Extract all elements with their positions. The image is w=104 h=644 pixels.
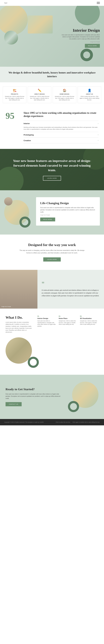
feature-title: GREAT DESIGN — [29, 94, 50, 95]
feature-text: Sample text. Click to select the text bo… — [54, 96, 75, 101]
tagline-text: We design & deliver beautiful hotels, lu… — [8, 71, 96, 78]
life-read-more-button[interactable]: READ MORE — [40, 218, 55, 222]
ready-content: Ready to Get Started? Duis aute irure do… — [6, 388, 64, 406]
service-col-02.: 02. Home Plans Sample text. Click to sel… — [59, 316, 77, 327]
feature-text: Click to select the text box. Click agai… — [79, 96, 100, 101]
ready-title: Ready to Get Started? — [6, 388, 64, 391]
hero-description: Duis aute irure dolor in reprehenderit i… — [61, 34, 100, 40]
feature-card-great-design: ✏️ GREAT DESIGN Sample text. Click to se… — [28, 86, 51, 103]
services-grid: 01. Interior Design Duis aute irure dolo… — [37, 316, 98, 327]
life-title: Life-Changing Design — [40, 201, 96, 205]
what-chair-image — [6, 337, 32, 364]
accordion-label: Creation — [24, 140, 31, 142]
hero-read-more-button[interactable]: READ MORE — [85, 44, 100, 48]
banner-learn-more-button[interactable]: LEARN MORE — [43, 176, 61, 180]
feature-card-about-us: 👤 ABOUT US Click to select the text box.… — [78, 86, 101, 103]
hamburger-button[interactable] — [97, 2, 100, 4]
work-title: Designed for the way you work — [8, 243, 96, 247]
life-changing-section: Life-Changing Design Duis aute irure dol… — [0, 190, 104, 234]
work-description: The way we work is changing, and the hom… — [19, 249, 85, 254]
feature-icon: ✏️ — [29, 89, 50, 92]
accordion-body: Working at the latest your browser prese… — [24, 126, 98, 132]
quote-mark-icon: " — [42, 281, 100, 287]
feature-title: ABOUT US — [79, 94, 100, 95]
service-col-03.: 03. 3D Visualization Sample text. Click … — [80, 316, 98, 327]
accordion-arrow-icon: › — [98, 139, 98, 142]
testimonial-quote: Ut enim ad minim veniam, quis nostrud ex… — [42, 289, 100, 297]
hero-small-image — [4, 31, 18, 44]
accordion-header[interactable]: Creation › — [24, 138, 98, 143]
accordion-header[interactable]: Prototyping › — [24, 132, 98, 138]
testimonial-section: Image from Freepik " Ut enim ad minim ve… — [0, 270, 104, 308]
accordion-arrow-icon: › — [98, 134, 98, 136]
what-intro: What I Do. Lorem ipsum dolor sit amet, c… — [6, 316, 33, 333]
feature-title: PROJECTS — [4, 94, 25, 95]
what-top: What I Do. Lorem ipsum dolor sit amet, c… — [6, 316, 98, 333]
since-heading: Since 1995 we've been working with amazi… — [24, 112, 98, 118]
design-banner-section: Your new home features an impressive arr… — [0, 149, 104, 190]
banner-text: Your new home features an impressive arr… — [11, 158, 93, 172]
what-circle-group — [6, 337, 39, 368]
accordion-label: Prototyping — [24, 134, 34, 136]
feature-icon: 🏗️ — [4, 89, 25, 92]
hero-room-center-image — [28, 16, 53, 34]
accordion-header[interactable]: Interior › — [24, 121, 98, 126]
ready-description: Duis aute irure dolor in reprehenderit i… — [6, 393, 64, 400]
service-text: Sample text. Click to select the text bo… — [59, 320, 77, 325]
service-number: 03. — [80, 316, 98, 317]
banner-content: Your new home features an impressive arr… — [11, 158, 93, 180]
hamburger-line — [97, 3, 100, 3]
since-content: Since 1995 we've been working with amazi… — [24, 112, 98, 143]
footer-link[interactable]: Click again or double click to start edi… — [72, 422, 100, 423]
ready-circle-group — [68, 382, 98, 412]
service-col-01.: 01. Interior Design Duis aute irure dolo… — [37, 316, 56, 327]
hero-section: Interior Design Duis aute irure dolor in… — [0, 6, 104, 67]
ready-section: Ready to Get Started? Duis aute irure do… — [0, 375, 104, 419]
accordion-item: Prototyping › Sample text. Click to sele… — [24, 132, 98, 138]
hero-title: Interior Design — [61, 28, 100, 32]
feature-icon: 👤 — [79, 89, 100, 92]
what-intro-text: Lorem ipsum dolor sit amet, consectetur … — [6, 321, 33, 333]
service-number: 02. — [59, 316, 77, 317]
ready-contact-button[interactable]: CONTACT US — [6, 402, 22, 406]
life-avatar-image — [4, 197, 13, 206]
accordion-label: Interior — [24, 122, 30, 124]
testimonial-person-image — [0, 270, 37, 308]
testimonial-image-container: Image from Freepik — [0, 270, 37, 308]
accordion-arrow-icon: › — [98, 122, 98, 125]
accordion-item: Creation › Sample text. Click to select … — [24, 138, 98, 143]
service-title: 3D Visualization — [80, 318, 98, 319]
logo: logo — [4, 2, 7, 4]
service-text: Sample text. Click to select the text bo… — [80, 320, 98, 325]
footer-link[interactable]: Click to select the text box. — [56, 422, 70, 423]
life-img-credit: Image from Freepik — [40, 214, 96, 216]
service-text: Duis aute irure dolor in reprehenderit i… — [37, 320, 56, 327]
hamburger-line — [97, 2, 100, 2]
work-section: Designed for the way you work The way we… — [0, 234, 104, 270]
what-big-circle — [6, 337, 32, 364]
features-section: 🏗️ PROJECTS Sample text. Click to select… — [0, 82, 104, 106]
tagline-section: We design & deliver beautiful hotels, lu… — [0, 67, 104, 82]
life-description: Duis aute irure dolor in reprehenderit i… — [40, 206, 96, 213]
what-bottom — [6, 337, 98, 368]
hero-content: Interior Design Duis aute irure dolor in… — [61, 28, 100, 48]
accordion: Interior › Working at the latest your br… — [24, 121, 98, 144]
testimonial-img-credit: Image from Freepik — [2, 306, 11, 307]
since-number: 95 — [6, 112, 19, 120]
navbar: logo — [0, 0, 104, 6]
life-small-avatar-circle — [4, 197, 13, 206]
life-content: Life-Changing Design Duis aute irure dol… — [36, 197, 100, 226]
footer-links: Click to select the text box.Click again… — [56, 422, 100, 423]
what-i-do-section: What I Do. Lorem ipsum dolor sit amet, c… — [0, 308, 104, 375]
ready-ring-circle — [68, 401, 79, 412]
feature-title: HOME DESIGN — [54, 94, 75, 95]
footer: Copyright © 2022 All rights reserved | T… — [0, 419, 104, 425]
hero-ring-circle — [80, 49, 93, 61]
hero-img-credit: Image from Freepik — [61, 41, 100, 42]
hero-circle-small — [4, 31, 18, 44]
accordion-item: Interior › Working at the latest your br… — [24, 121, 98, 132]
hero-room-center — [28, 16, 53, 34]
service-title: Home Plans — [59, 318, 77, 319]
what-ring-circle — [28, 357, 39, 368]
work-learn-more-button[interactable]: LEARN MORE — [43, 258, 61, 262]
